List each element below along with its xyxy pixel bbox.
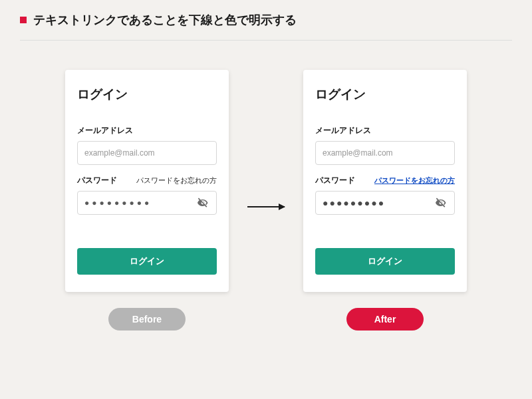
section-header: テキストリンクであることを下線と色で明示する (20, 12, 512, 41)
comparison-row: ログイン メールアドレス example@mail.com パスワード パスワー… (20, 41, 512, 331)
password-field-group: パスワード パスワードをお忘れの方 ●●●●●●●●● (315, 176, 455, 215)
email-placeholder: example@mail.com (84, 148, 155, 158)
password-label: パスワード (77, 176, 117, 186)
eye-off-icon[interactable] (196, 196, 209, 209)
eye-off-icon[interactable] (434, 196, 448, 209)
forgot-password-text[interactable]: パスワードをお忘れの方 (136, 176, 217, 186)
password-input[interactable]: ●●●●●●●●● (77, 191, 217, 215)
email-field-group: メールアドレス example@mail.com (315, 126, 455, 165)
email-label: メールアドレス (77, 126, 133, 136)
before-badge-label: Before (132, 314, 162, 325)
password-mask: ●●●●●●●●● (323, 198, 385, 208)
login-button[interactable]: ログイン (315, 248, 455, 275)
email-placeholder: example@mail.com (323, 148, 393, 158)
before-badge: Before (108, 308, 186, 331)
after-badge-label: After (374, 314, 396, 325)
after-column: ログイン メールアドレス example@mail.com パスワード パスワー… (303, 70, 467, 331)
header-marker (20, 17, 27, 23)
email-field-group: メールアドレス example@mail.com (77, 126, 217, 165)
password-label: パスワード (315, 176, 355, 186)
email-input[interactable]: example@mail.com (315, 141, 455, 165)
login-card-before: ログイン メールアドレス example@mail.com パスワード パスワー… (65, 70, 229, 292)
login-button-label: ログイン (368, 256, 402, 266)
card-title: ログイン (77, 86, 217, 103)
card-title: ログイン (315, 86, 455, 103)
password-mask: ●●●●●●●●● (84, 198, 152, 207)
arrow-divider (247, 80, 285, 320)
password-field-group: パスワード パスワードをお忘れの方 ●●●●●●●●● (77, 176, 217, 215)
page-title: テキストリンクであることを下線と色で明示する (33, 12, 297, 28)
email-label: メールアドレス (315, 126, 371, 136)
email-input[interactable]: example@mail.com (77, 141, 217, 165)
after-badge: After (346, 308, 424, 331)
password-input[interactable]: ●●●●●●●●● (315, 191, 455, 215)
arrow-icon (247, 206, 285, 207)
before-column: ログイン メールアドレス example@mail.com パスワード パスワー… (65, 70, 229, 331)
login-button-label: ログイン (130, 256, 164, 266)
login-button[interactable]: ログイン (77, 248, 217, 275)
forgot-password-link[interactable]: パスワードをお忘れの方 (374, 176, 455, 186)
login-card-after: ログイン メールアドレス example@mail.com パスワード パスワー… (303, 70, 467, 292)
